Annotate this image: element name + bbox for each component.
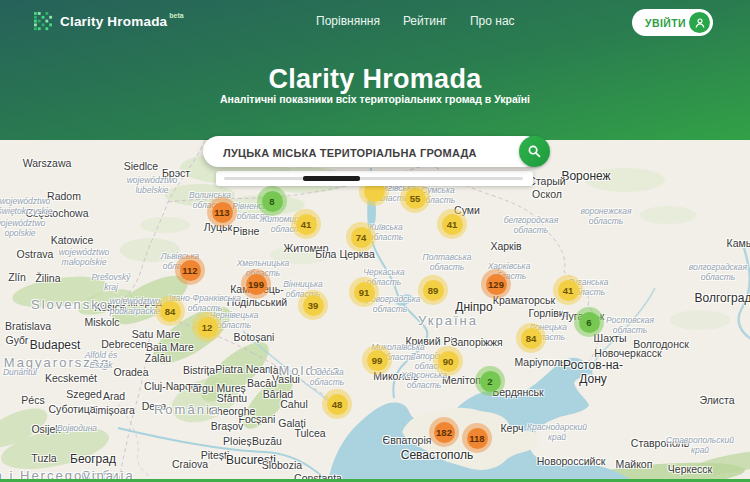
map-cluster-marker[interactable]: 112 — [175, 255, 205, 285]
login-button[interactable]: УВІЙТИ — [632, 9, 713, 36]
map-cluster-marker[interactable]: 48 — [322, 389, 352, 419]
map-cluster-marker[interactable]: 89 — [418, 275, 448, 305]
nav-item-comparison[interactable]: Порівняння — [316, 14, 380, 28]
search-suggestion-dropdown[interactable] — [216, 171, 533, 186]
map-cluster-marker[interactable]: 199 — [241, 269, 271, 299]
map-cluster-marker[interactable]: 41 — [553, 275, 583, 305]
magnifier-icon — [526, 143, 543, 160]
hero-section: Clarity Hromada beta ПорівнянняРейтингПр… — [0, 0, 750, 140]
map-cluster-marker[interactable]: 90 — [433, 346, 463, 376]
brand-title: Clarity Hromada — [60, 11, 167, 32]
map-cluster-marker[interactable]: 2 — [475, 366, 505, 396]
map-cluster-marker[interactable]: 118 — [462, 423, 492, 453]
main-nav: ПорівнянняРейтингПро нас — [316, 14, 515, 28]
nav-item-rating[interactable]: Рейтинг — [403, 14, 447, 28]
map-cluster-marker[interactable]: 113 — [207, 197, 237, 227]
map-cluster-marker[interactable]: 55 — [400, 183, 430, 213]
map-cluster-marker[interactable]: 41 — [437, 209, 467, 239]
map-cluster-marker[interactable]: 41 — [291, 209, 321, 239]
beta-badge: beta — [169, 11, 183, 21]
map-cluster-marker[interactable]: 12 — [192, 312, 222, 342]
page-title: Clarity Hromada — [0, 64, 750, 95]
suggestion-loading-bar — [303, 176, 360, 181]
clarity-hromada-page: WarszawaSiedlceБрэстRadomCzęstochowaKato… — [0, 0, 750, 482]
nav-item-about[interactable]: Про нас — [470, 14, 515, 28]
map-cluster-marker[interactable]: 99 — [362, 345, 392, 375]
map-cluster-marker[interactable]: 39 — [298, 290, 328, 320]
map-cluster-marker[interactable]: 129 — [481, 269, 511, 299]
map-cluster-marker[interactable]: 84 — [155, 296, 185, 326]
map-cluster-marker[interactable]: 6 — [574, 307, 604, 337]
map-cluster-marker[interactable]: 74 — [346, 222, 376, 252]
pixel-grid-icon — [34, 12, 53, 33]
login-label: УВІЙТИ — [645, 17, 689, 29]
user-icon — [689, 12, 710, 33]
map-cluster-marker[interactable]: 8 — [257, 186, 287, 216]
map-cluster-marker[interactable]: 182 — [429, 417, 459, 447]
brand-logo[interactable]: Clarity Hromada beta — [34, 11, 184, 33]
header: Clarity Hromada beta ПорівнянняРейтингПр… — [0, 0, 750, 44]
map-cluster-marker[interactable]: 84 — [516, 323, 546, 353]
search-input[interactable] — [221, 136, 495, 169]
search-bar — [203, 136, 541, 167]
map-cluster-marker[interactable]: 91 — [349, 277, 379, 307]
suggestion-loading-track — [224, 177, 523, 180]
page-subtitle: Аналітичні показники всіх територіальних… — [0, 93, 750, 105]
search-button[interactable] — [519, 136, 550, 167]
